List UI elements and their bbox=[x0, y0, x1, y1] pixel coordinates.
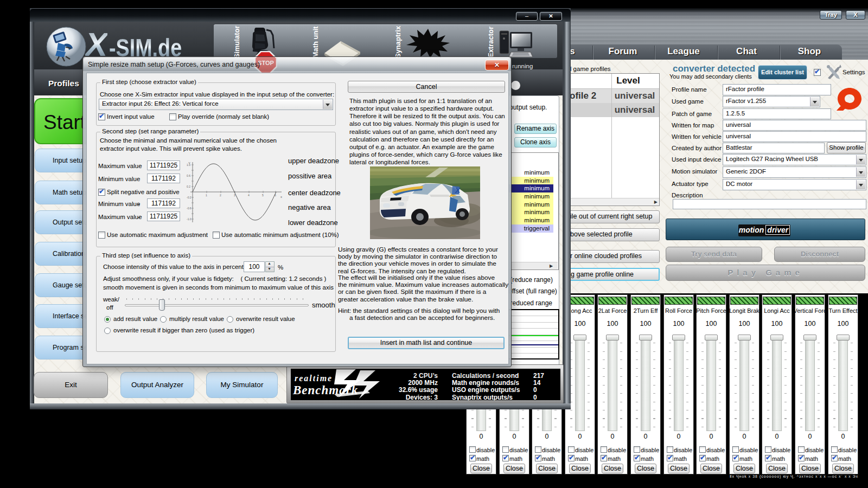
svg-text:4: 4 bbox=[248, 194, 250, 197]
svg-text:-0.6: -0.6 bbox=[187, 207, 192, 210]
svg-text:1: 1 bbox=[206, 194, 207, 197]
svg-text:2: 2 bbox=[220, 194, 221, 197]
svg-text:X: X bbox=[455, 186, 461, 195]
svg-text:1.0: 1.0 bbox=[187, 163, 190, 166]
svg-text:-1.0: -1.0 bbox=[187, 217, 192, 221]
svg-text:0.6: 0.6 bbox=[187, 174, 190, 177]
svg-text:x: x bbox=[280, 195, 282, 198]
svg-text:0.2: 0.2 bbox=[187, 185, 190, 188]
svg-text:5: 5 bbox=[262, 194, 264, 197]
svg-text:STOP: STOP bbox=[258, 60, 274, 66]
svg-text:-0.2: -0.2 bbox=[187, 196, 192, 199]
